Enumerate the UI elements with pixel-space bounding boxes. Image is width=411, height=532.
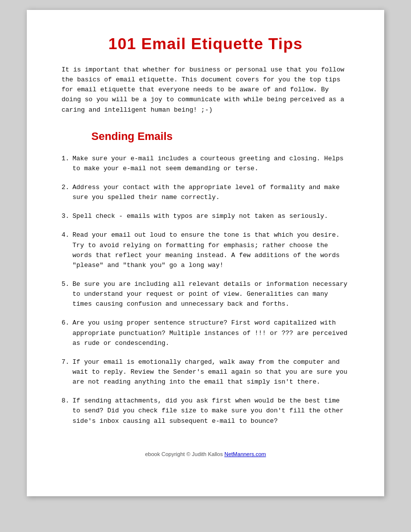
section-title: Sending Emails: [91, 130, 349, 143]
list-item: 8.If sending attachments, did you ask fi…: [62, 396, 349, 426]
footer: ebook Copyright © Judith Kallos NetManne…: [62, 451, 349, 457]
page-container: 101 Email Etiquette Tips It is important…: [27, 10, 384, 496]
list-item: 7.If your email is emotionally charged, …: [62, 357, 349, 387]
intro-paragraph: It is important that whether for busines…: [62, 65, 349, 115]
tip-number: 1.: [62, 154, 72, 164]
list-item: 1.Make sure your e-mail includes a court…: [62, 154, 349, 174]
list-item: 5.Be sure you are including all relevant…: [62, 279, 349, 309]
tip-number: 3.: [62, 211, 72, 221]
tip-number: 5.: [62, 279, 72, 289]
tip-number: 8.: [62, 396, 72, 406]
footer-link[interactable]: NetManners.com: [224, 451, 266, 457]
tip-text: If your email is emotionally charged, wa…: [72, 357, 349, 387]
tip-number: 4.: [62, 230, 72, 240]
list-item: 4.Read your email out loud to ensure the…: [62, 230, 349, 270]
list-item: 3.Spell check - emails with typos are si…: [62, 211, 349, 221]
page-title: 101 Email Etiquette Tips: [62, 35, 349, 53]
tip-text: Address your contact with the appropriat…: [72, 183, 349, 202]
tip-text: Make sure your e-mail includes a courteo…: [72, 154, 349, 174]
list-item: 6.Are you using proper sentence structur…: [62, 318, 349, 348]
tip-text: Spell check - emails with typos are simp…: [72, 211, 349, 221]
tip-text: Read your email out loud to ensure the t…: [72, 230, 349, 270]
tip-text: If sending attachments, did you ask firs…: [72, 396, 349, 426]
tip-number: 6.: [62, 318, 72, 328]
tip-text: Are you using proper sentence structure?…: [72, 318, 349, 348]
tip-number: 2.: [62, 183, 72, 193]
tip-text: Be sure you are including all relevant d…: [72, 279, 349, 309]
tips-list: 1.Make sure your e-mail includes a court…: [62, 154, 349, 426]
footer-text: ebook Copyright © Judith Kallos: [145, 451, 224, 457]
list-item: 2.Address your contact with the appropri…: [62, 183, 349, 202]
tip-number: 7.: [62, 357, 72, 367]
